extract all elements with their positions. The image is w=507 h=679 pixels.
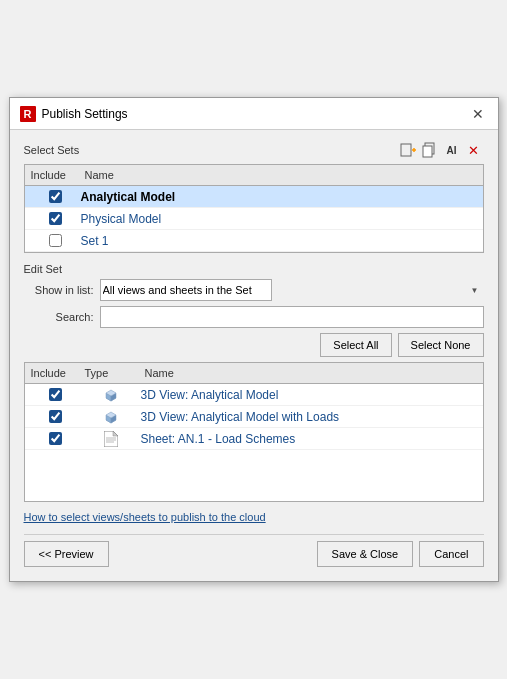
publish-settings-dialog: R Publish Settings ✕ Select Sets: [9, 97, 499, 582]
dialog-title: Publish Settings: [42, 107, 128, 121]
views-type-header: Type: [81, 366, 141, 380]
title-bar: R Publish Settings ✕: [10, 98, 498, 130]
row-name-cell: Analytical Model: [81, 190, 483, 204]
sets-table: Include Name Analytical Model Physical M…: [24, 164, 484, 253]
view-name-cell: Sheet: AN.1 - Load Schemes: [141, 432, 483, 446]
row-include-cell: [25, 212, 81, 225]
dialog-content: Select Sets AI ✕: [10, 130, 498, 581]
sheet-icon: [104, 431, 118, 447]
show-in-list-row: Show in list: All views and sheets in th…: [24, 279, 484, 301]
show-in-list-wrapper: All views and sheets in the Set Views on…: [100, 279, 484, 301]
views-table-header: Include Type Name: [25, 363, 483, 384]
view-checkbox-2[interactable]: [49, 410, 62, 423]
table-row[interactable]: 3D View: Analytical Model with Loads: [25, 406, 483, 428]
copy-set-icon[interactable]: [420, 140, 440, 160]
help-link[interactable]: How to select views/sheets to publish to…: [24, 511, 266, 523]
table-row[interactable]: 3D View: Analytical Model: [25, 384, 483, 406]
add-set-icon[interactable]: [398, 140, 418, 160]
save-close-button[interactable]: Save & Close: [317, 541, 414, 567]
include-checkbox-3[interactable]: [49, 234, 62, 247]
table-row[interactable]: Set 1: [25, 230, 483, 252]
svg-rect-4: [423, 146, 432, 157]
search-input[interactable]: [100, 306, 484, 328]
cancel-button[interactable]: Cancel: [419, 541, 483, 567]
view-include-cell: [25, 388, 81, 401]
table-row[interactable]: Physical Model: [25, 208, 483, 230]
sets-table-header: Include Name: [25, 165, 483, 186]
view-checkbox-1[interactable]: [49, 388, 62, 401]
edit-set-label: Edit Set: [24, 263, 63, 275]
view-name-cell: 3D View: Analytical Model with Loads: [141, 410, 483, 424]
view-type-cell: [81, 388, 141, 402]
close-button[interactable]: ✕: [468, 104, 488, 124]
row-include-cell: [25, 234, 81, 247]
title-bar-left: R Publish Settings: [20, 106, 128, 122]
views-table: Include Type Name: [24, 362, 484, 502]
views-include-header: Include: [25, 366, 81, 380]
set-toolbar: AI ✕: [398, 140, 484, 160]
delete-set-icon[interactable]: ✕: [464, 140, 484, 160]
include-checkbox-2[interactable]: [49, 212, 62, 225]
edit-set-section-label: Edit Set: [24, 263, 484, 275]
search-label: Search:: [24, 311, 94, 323]
include-col-header: Include: [25, 168, 81, 182]
view-type-cell: [81, 431, 141, 447]
views-name-header: Name: [141, 366, 483, 380]
help-link-row: How to select views/sheets to publish to…: [24, 510, 484, 524]
name-col-header: Name: [81, 168, 483, 182]
row-name-cell: Physical Model: [81, 212, 483, 226]
select-all-button[interactable]: Select All: [320, 333, 391, 357]
view-type-cell: [81, 410, 141, 424]
table-row[interactable]: Analytical Model: [25, 186, 483, 208]
svg-rect-0: [401, 144, 411, 156]
3d-view-icon-2: [103, 410, 119, 424]
svg-marker-13: [104, 431, 118, 447]
app-icon: R: [20, 106, 36, 122]
include-checkbox-1[interactable]: [49, 190, 62, 203]
view-name-cell: 3D View: Analytical Model: [141, 388, 483, 402]
view-checkbox-3[interactable]: [49, 432, 62, 445]
footer-buttons: << Preview Save & Close Cancel: [24, 534, 484, 571]
select-buttons-row: Select All Select None: [24, 333, 484, 357]
select-sets-section: Select Sets AI ✕: [24, 140, 484, 160]
rename-set-icon[interactable]: AI: [442, 140, 462, 160]
show-in-list-label: Show in list:: [24, 284, 94, 296]
select-none-button[interactable]: Select None: [398, 333, 484, 357]
3d-view-icon: [103, 388, 119, 402]
view-include-cell: [25, 410, 81, 423]
preview-button[interactable]: << Preview: [24, 541, 109, 567]
table-row[interactable]: Sheet: AN.1 - Load Schemes: [25, 428, 483, 450]
footer-right: Save & Close Cancel: [317, 541, 484, 567]
edit-set-section: Edit Set Show in list: All views and she…: [24, 263, 484, 524]
search-row: Search:: [24, 306, 484, 328]
row-include-cell: [25, 190, 81, 203]
select-sets-label: Select Sets: [24, 144, 80, 156]
svg-marker-14: [113, 431, 118, 436]
row-name-cell: Set 1: [81, 234, 483, 248]
show-in-list-select[interactable]: All views and sheets in the Set Views on…: [100, 279, 272, 301]
view-include-cell: [25, 432, 81, 445]
